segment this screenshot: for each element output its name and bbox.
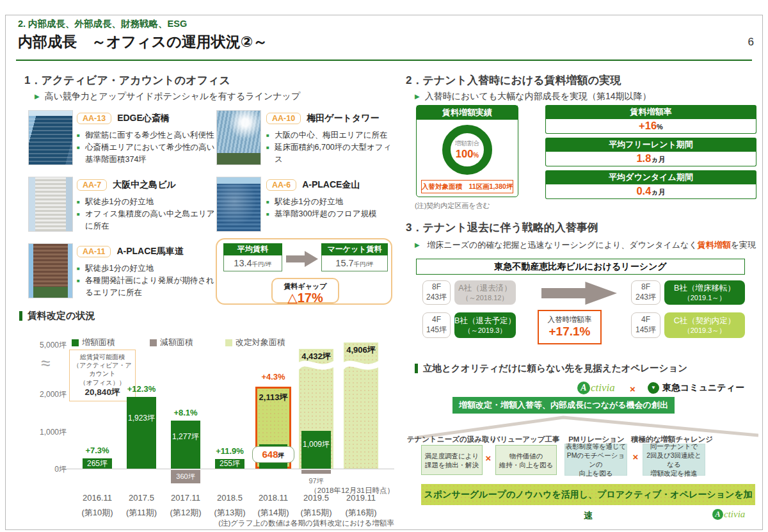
breadcrumb: 2. 内部成長、外部成長、財務戦略、ESG: [18, 18, 187, 30]
average-rent-value: 13.4千円/坪: [223, 255, 282, 271]
tokyu-mark-icon: ▼: [648, 382, 659, 394]
property-code-badge: AA-10: [266, 113, 301, 124]
section3-heading: 3．テナント退去に伴う戦略的入替事例: [406, 220, 598, 235]
rent-revision-bar-chart: 増額面積 減額面積 改定対象面積 5,000坪 2,000坪 1,000坪 0坪…: [38, 332, 394, 530]
rate-label: +7.3%: [72, 446, 123, 455]
legend-swatch: [225, 339, 232, 346]
building-leasing-title: 東急不動産恵比寿ビルにおけるリーシング: [416, 259, 745, 275]
building-photo-aplace-bashamichi: [28, 243, 73, 298]
lead-highlight: 賃料増額: [698, 240, 731, 250]
stat-rent-increase-rate: 賃料増額率 +16%: [545, 105, 756, 134]
replacement-area-note: 入替対象面積 11区画1,380坪: [421, 180, 513, 193]
bar-increase: [127, 397, 156, 469]
rent-gap-label: 賃料ギャップ: [273, 282, 338, 291]
property-name: 梅田ゲートタワー: [307, 113, 379, 124]
tenant-after-c: C社（契約内定） （2019.3～）: [664, 312, 745, 338]
chart-footnote: (注)グラフ上の数値は各期の賃料改定における増額率: [166, 519, 394, 528]
bar-decrease: [301, 470, 331, 474]
floor-box-after-8f: 8F243坪: [631, 280, 660, 305]
building-photo-umeda-gate-tower: [216, 110, 261, 165]
opportunity-banner: 増額改定・増額入替等、内部成長につながる機会の創出: [452, 397, 675, 414]
pillar-box-tenant-needs: 満足度調査により 課題を抽出・解決: [421, 445, 483, 475]
building-photo-aplace-kanayama: [216, 177, 261, 232]
section1-heading: 1．アクティビア・アカウントのオフィス: [24, 73, 230, 88]
section3-lead: 増床ニーズの的確な把握と迅速なリーシングにより、ダウンタイムなく賃料増額を実現: [415, 239, 756, 251]
footer-activia-logo: A ctivia: [712, 509, 745, 520]
y-tick: 2,000坪: [38, 389, 67, 400]
property-name: EDGE心斎橋: [117, 113, 170, 124]
y-tick: 0坪: [38, 464, 67, 475]
tenant-after-b: B社（増床移転） （2019.1～）: [664, 280, 745, 305]
x-axis-label: 2019.11: [332, 493, 390, 503]
x-axis-line: [55, 469, 394, 469]
pillar-box-increase-challenge: 同一テナントで 2回及び3回連続となる 増額改定を推進: [643, 444, 705, 476]
market-rent-header: マーケット賃料: [321, 243, 388, 255]
market-rent-value: 15.7千円/坪: [321, 255, 388, 271]
times-icon: ×: [480, 453, 497, 463]
bar-increase: [171, 421, 200, 469]
donut-center: 増額割合 100%: [442, 125, 492, 175]
legend-item-increase: 増額面積: [72, 337, 115, 348]
bar-label-increase-callout: 648坪: [252, 446, 294, 463]
property-name: A-PLACE金山: [302, 179, 360, 191]
property-bullet: 延床面積約6,700坪の大型オフィス: [266, 141, 393, 166]
pillar-box-pm-relation: 表彰制度等を通じて PMのモチベーションの 向上を図る: [564, 444, 627, 476]
legend-swatch: [150, 339, 157, 346]
tokyu-community-logo: ▼ 東急コミュニティー: [648, 382, 744, 394]
bar-label-increase: 1,277坪: [160, 431, 211, 442]
heading-bar-icon: [19, 311, 22, 321]
property-code-badge: AA-11: [77, 246, 111, 257]
rent-gap-callout: 賃料ギャップ △17%: [271, 278, 339, 303]
x-axis-label: (第16期): [332, 507, 390, 519]
property-name: A-PLACE馬車道: [116, 246, 183, 257]
slide: 2. 内部成長、外部成長、財務戦略、ESG 内部成長 ～オフィスの運用状況②～ …: [0, 0, 768, 532]
section2-heading: 2．テナント入替時における賃料増額の実現: [406, 73, 621, 88]
rate-label: +11.9%: [204, 446, 255, 456]
building-photo-edge-shinsaibashi: [28, 110, 73, 165]
bar-label-decrease: 97坪: [291, 476, 342, 486]
axis-break-icon: ≈: [41, 353, 50, 373]
property-bullet: 心斎橋エリアにおいて希少性の高い基準階面積374坪: [77, 141, 215, 166]
rent-gap-value: △17%: [273, 291, 338, 304]
floor-box-after-4f: 4F145坪: [631, 312, 660, 338]
property-code-badge: AA-6: [266, 179, 296, 191]
property-code-badge: AA-13: [77, 113, 111, 124]
property-bullet: 駅徒歩1分の好立地: [77, 262, 215, 275]
tenant-before-b: B社（退去予定） （～2019.3）: [454, 312, 516, 338]
title-divider: [16, 60, 752, 61]
property-bullet: 大阪の中心、梅田エリアに所在: [266, 129, 393, 141]
rate-label: +8.1%: [160, 408, 211, 417]
page-title: 内部成長 ～オフィスの運用状況②～: [18, 32, 268, 52]
section2-footnote: (注)契約内定区画を含む: [415, 201, 490, 211]
rate-label: +12.3%: [116, 384, 167, 394]
heading-bar-icon: [415, 364, 418, 373]
average-rent-header: 平均賃料: [223, 243, 282, 255]
bar-label-decrease: 360坪: [160, 470, 211, 483]
legend-item-revised: 改定対象面積: [225, 337, 285, 348]
floor-box-before-4f: 4F145坪: [422, 312, 451, 338]
property-bullet: 駅徒歩1分の好立地: [266, 196, 393, 208]
pillar-box-value-up: 物件価値の 維持・向上を図る: [495, 445, 557, 475]
section1-lead: 高い競争力とアップサイドポテンシャルを有するラインナップ: [35, 91, 300, 102]
rate-label: +4.3%: [248, 372, 299, 382]
axis-break-wave: [342, 360, 380, 371]
times-icon: ×: [630, 383, 636, 394]
bar-label-revision: 2,113坪: [244, 392, 302, 403]
y-tick: 1,000坪: [38, 427, 67, 438]
section2-lead: 入替時においても大幅な内部成長を実現（第14期以降）: [415, 91, 652, 102]
bar-label-increase: 1,923坪: [116, 413, 167, 424]
bar-label-increase: 1,009坪: [291, 439, 342, 450]
chart-heading: 賃料改定の状況: [19, 310, 95, 322]
property-name: 大阪中之島ビル: [113, 179, 176, 191]
page-number: 6: [717, 36, 754, 49]
legend-item-decrease: 減額面積: [150, 337, 193, 348]
property-bullet: 御堂筋に面する希少性と高い利便性: [77, 129, 215, 141]
results-header: 賃料増額実績: [417, 106, 518, 120]
property-bullet: 各種開発計画により発展が期待されるエリアに所在: [77, 275, 215, 299]
rent-increase-results-panel: 賃料増額実績 増額割合 100% 入替対象面積 11区画1,380坪: [416, 105, 518, 197]
floor-box-before-8f: 8F243坪: [422, 280, 451, 305]
building-photo-osaka-nakanoshima: [28, 177, 73, 232]
bar-label-increase: 255坪: [204, 459, 255, 469]
stat-free-rent-period: 平均フリーレント期間 1.8ヵ月: [545, 138, 756, 166]
operations-heading: 立地とクオリティだけに頼らない先を見据えたオペレーション: [415, 362, 687, 375]
